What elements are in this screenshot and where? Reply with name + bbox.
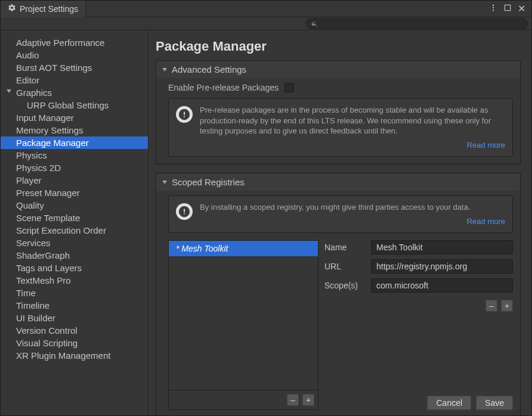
sidebar-item-label: Visual Scripting [16,338,78,348]
window-tab[interactable]: Project Settings [1,1,86,17]
sidebar-item-version-control[interactable]: Version Control [1,324,148,337]
svg-rect-3 [505,5,510,10]
main-panel: Package Manager Advanced Settings Enable… [149,30,531,415]
sidebar-item-physics[interactable]: Physics [1,149,148,162]
cancel-button[interactable]: Cancel [427,396,471,410]
searchbar [1,17,531,30]
read-more-link[interactable]: Read more [467,141,505,150]
sidebar-item-burst-aot-settings[interactable]: Burst AOT Settings [1,61,148,74]
sidebar-item-label: Editor [16,75,39,85]
sidebar-item-label: TextMesh Pro [16,275,71,285]
sidebar-item-time[interactable]: Time [1,287,148,299]
window-controls: ✕ [489,4,531,14]
enable-prerelease-checkbox[interactable] [284,83,294,92]
sidebar-item-adaptive-performance[interactable]: Adaptive Performance [1,36,148,49]
sidebar-item-label: Burst AOT Settings [16,63,92,73]
sidebar-item-script-execution-order[interactable]: Script Execution Order [1,224,148,237]
sidebar-item-label: Script Execution Order [16,225,106,235]
sidebar-item-label: Audio [16,50,39,60]
kebab-icon[interactable] [489,4,497,14]
registry-url-input[interactable] [371,259,513,274]
svg-point-0 [493,4,494,5]
titlebar: Project Settings ✕ [1,1,531,17]
gear-icon [8,4,16,14]
registry-list: * Mesh Toolkit – + [168,240,318,410]
checkbox-label: Enable Pre-release Packages [168,83,279,92]
sidebar-item-label: URP Global Settings [27,100,109,110]
svg-point-2 [493,9,494,10]
sidebar-item-audio[interactable]: Audio [1,49,148,61]
remove-registry-button[interactable]: – [287,394,299,406]
registry-scope-input[interactable] [371,278,513,293]
registry-list-item[interactable]: * Mesh Toolkit [169,241,318,256]
registry-row: * Mesh Toolkit – + Name [168,240,513,410]
scoped-registries-section: Scoped Registries By installing a scoped… [156,173,521,415]
sidebar-item-input-manager[interactable]: Input Manager [1,111,148,124]
sidebar-item-urp-global-settings[interactable]: URP Global Settings [1,99,148,111]
remove-scope-button[interactable]: – [485,300,497,312]
info-text-wrap: By installing a scoped registry, you mig… [200,202,505,226]
chevron-down-icon [7,89,11,93]
sidebar-item-label: Graphics [16,88,52,98]
advanced-settings-header[interactable]: Advanced Settings [156,61,520,78]
info-text-wrap: Pre-release packages are in the process … [200,105,505,150]
sidebar-item-services[interactable]: Services [1,237,148,249]
sidebar-item-memory-settings[interactable]: Memory Settings [1,124,148,136]
sidebar-item-label: Player [16,175,42,185]
sidebar-item-label: Scene Template [16,213,80,223]
sidebar-item-label: Input Manager [16,113,74,123]
chevron-down-icon [162,181,167,184]
sidebar-item-label: Physics 2D [16,163,61,173]
section-title: Advanced Settings [172,64,246,74]
sidebar-item-label: Adaptive Performance [16,38,104,48]
url-label: URL [324,262,365,271]
search-input[interactable] [306,18,528,29]
sidebar-item-label: Quality [16,200,44,210]
sidebar-item-tags-and-layers[interactable]: Tags and Layers [1,262,148,274]
sidebar-item-player[interactable]: Player [1,174,148,187]
sidebar-item-label: Memory Settings [16,125,83,135]
sidebar-item-graphics[interactable]: Graphics [1,86,148,99]
maximize-icon[interactable] [503,4,512,14]
name-label: Name [324,243,365,252]
sidebar-item-label: Timeline [16,300,50,311]
content: Adaptive PerformanceAudioBurst AOT Setti… [1,30,531,415]
close-icon[interactable]: ✕ [518,4,525,14]
page-title: Package Manager [156,39,521,54]
sidebar-item-timeline[interactable]: Timeline [1,299,148,312]
sidebar-item-label: Tags and Layers [16,263,82,273]
info-text: By installing a scoped registry, you mig… [200,202,505,213]
scoped-registries-header[interactable]: Scoped Registries [156,173,520,191]
registry-name-input[interactable] [371,240,513,254]
sidebar-item-package-manager[interactable]: Package Manager [1,136,148,149]
sidebar-item-quality[interactable]: Quality [1,199,148,212]
svg-point-1 [493,7,494,8]
sidebar-item-ui-builder[interactable]: UI Builder [1,312,148,324]
sidebar-item-label: Version Control [16,325,78,336]
read-more-link[interactable]: Read more [467,217,505,226]
sidebar-item-visual-scripting[interactable]: Visual Scripting [1,337,148,349]
add-scope-button[interactable]: + [501,300,513,312]
sidebar-item-label: Services [16,238,51,248]
save-button[interactable]: Save [476,396,513,410]
info-text: Pre-release packages are in the process … [200,105,505,136]
sidebar-item-shadergraph[interactable]: ShaderGraph [1,249,148,262]
sidebar-item-physics-2d[interactable]: Physics 2D [1,162,148,174]
search-icon [311,20,318,27]
scoped-infobox: By installing a scoped registry, you mig… [168,195,513,233]
sidebar-item-xr-plugin-management[interactable]: XR Plugin Management [1,349,148,362]
sidebar-item-textmesh-pro[interactable]: TextMesh Pro [1,274,148,287]
sidebar-item-preset-manager[interactable]: Preset Manager [1,187,148,199]
window-title: Project Settings [20,4,78,14]
info-icon [176,106,193,123]
advanced-settings-section: Advanced Settings Enable Pre-release Pac… [156,60,521,164]
registry-form: Name URL Scope(s) [324,240,513,410]
info-icon [176,203,193,220]
section-title: Scoped Registries [172,177,245,187]
sidebar-item-editor[interactable]: Editor [1,74,148,86]
enable-prerelease-row: Enable Pre-release Packages [168,83,513,92]
sidebar-item-label: Preset Manager [16,188,80,198]
add-registry-button[interactable]: + [302,394,314,406]
sidebar-item-scene-template[interactable]: Scene Template [1,212,148,224]
sidebar-item-label: ShaderGraph [16,250,70,260]
